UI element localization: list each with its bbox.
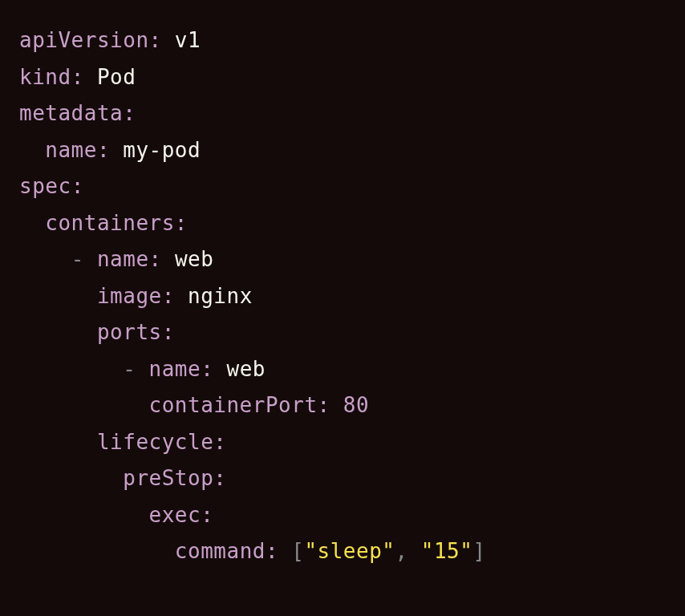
colon: : bbox=[97, 138, 110, 162]
colon: : bbox=[175, 211, 188, 235]
yaml-code-block: apiVersion: v1 kind: Pod metadata: name:… bbox=[19, 22, 666, 570]
colon: : bbox=[149, 247, 162, 271]
yaml-line: metadata: bbox=[19, 95, 666, 132]
space bbox=[213, 357, 226, 381]
yaml-dash: - bbox=[71, 247, 84, 271]
yaml-line: containers: bbox=[19, 205, 666, 242]
yaml-value: v1 bbox=[175, 28, 201, 52]
space bbox=[84, 247, 97, 271]
colon: : bbox=[123, 101, 136, 125]
space bbox=[136, 357, 148, 381]
yaml-key: containers bbox=[45, 211, 175, 235]
yaml-value: web bbox=[226, 357, 265, 381]
space bbox=[175, 284, 188, 308]
yaml-line: lifecycle: bbox=[19, 424, 666, 461]
bracket-open: [ bbox=[291, 539, 304, 563]
indent bbox=[19, 320, 97, 344]
yaml-key: ports bbox=[97, 320, 162, 344]
space bbox=[162, 28, 175, 52]
yaml-value: Pod bbox=[97, 65, 136, 89]
yaml-value: 80 bbox=[343, 393, 369, 417]
indent bbox=[19, 357, 123, 381]
yaml-key: preStop bbox=[123, 466, 213, 490]
yaml-line: command: ["sleep", "15"] bbox=[19, 533, 666, 570]
colon: : bbox=[213, 430, 226, 454]
colon: : bbox=[162, 320, 175, 344]
yaml-key: name bbox=[45, 138, 97, 162]
yaml-key: kind bbox=[19, 65, 71, 89]
colon: : bbox=[213, 466, 226, 490]
yaml-line: apiVersion: v1 bbox=[19, 22, 666, 59]
colon: : bbox=[265, 539, 278, 563]
yaml-line: image: nginx bbox=[19, 278, 666, 315]
yaml-string: "15" bbox=[421, 539, 473, 563]
indent bbox=[19, 393, 149, 417]
comma: , bbox=[395, 539, 407, 563]
yaml-key: name bbox=[97, 247, 149, 271]
space bbox=[278, 539, 291, 563]
yaml-line: - name: web bbox=[19, 241, 666, 278]
colon: : bbox=[318, 393, 330, 417]
yaml-key: name bbox=[149, 357, 201, 381]
yaml-line: ports: bbox=[19, 314, 666, 351]
indent bbox=[19, 503, 149, 527]
yaml-key: exec bbox=[149, 503, 201, 527]
indent bbox=[149, 539, 175, 563]
space bbox=[408, 539, 421, 563]
yaml-string: "sleep" bbox=[304, 539, 395, 563]
indent bbox=[19, 539, 149, 563]
yaml-key: lifecycle bbox=[97, 430, 213, 454]
yaml-line: containerPort: 80 bbox=[19, 387, 666, 424]
yaml-value: nginx bbox=[188, 284, 253, 308]
yaml-line: - name: web bbox=[19, 351, 666, 388]
yaml-key: image bbox=[97, 284, 162, 308]
yaml-key: containerPort bbox=[149, 393, 318, 417]
colon: : bbox=[201, 357, 213, 381]
yaml-line: kind: Pod bbox=[19, 59, 666, 96]
yaml-key: metadata bbox=[19, 101, 123, 125]
indent bbox=[19, 284, 97, 308]
yaml-key: spec bbox=[19, 174, 71, 198]
colon: : bbox=[149, 28, 162, 52]
yaml-key: command bbox=[175, 539, 265, 563]
indent bbox=[19, 138, 45, 162]
indent bbox=[19, 211, 45, 235]
space bbox=[162, 247, 175, 271]
yaml-value: my-pod bbox=[123, 138, 201, 162]
indent bbox=[19, 430, 97, 454]
yaml-line: preStop: bbox=[19, 460, 666, 497]
colon: : bbox=[162, 284, 175, 308]
indent bbox=[19, 466, 123, 490]
yaml-line: exec: bbox=[19, 497, 666, 534]
indent bbox=[19, 247, 71, 271]
space bbox=[330, 393, 343, 417]
yaml-line: name: my-pod bbox=[19, 132, 666, 169]
colon: : bbox=[71, 65, 84, 89]
yaml-line: spec: bbox=[19, 168, 666, 205]
colon: : bbox=[71, 174, 84, 198]
bracket-close: ] bbox=[472, 539, 485, 563]
space bbox=[84, 65, 97, 89]
yaml-value: web bbox=[175, 247, 213, 271]
yaml-key: apiVersion bbox=[19, 28, 149, 52]
colon: : bbox=[201, 503, 213, 527]
yaml-dash: - bbox=[123, 357, 136, 381]
space bbox=[110, 138, 123, 162]
